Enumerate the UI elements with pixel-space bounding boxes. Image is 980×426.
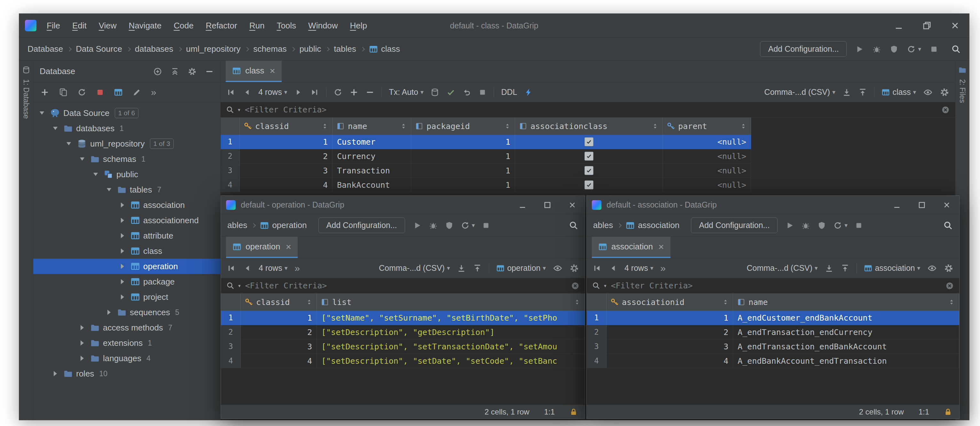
- last-page-icon[interactable]: [310, 88, 319, 97]
- table-row[interactable]: 3 3 Transaction 1 <null>: [221, 163, 751, 178]
- import-data-icon[interactable]: [858, 88, 867, 97]
- gear-icon[interactable]: [944, 263, 953, 273]
- cell-associationid[interactable]: 1: [606, 311, 733, 325]
- table-row[interactable]: 3 3 ["setDescription", "setTransactionDa…: [221, 339, 585, 354]
- column-header-name[interactable]: name: [733, 293, 959, 311]
- pending-changes-icon[interactable]: [430, 88, 439, 97]
- tree-item-extensions[interactable]: extensions1: [33, 335, 220, 351]
- column-header-associationid[interactable]: associationid: [606, 293, 733, 311]
- cell-list[interactable]: ["setDescription", "getDescription"]: [317, 325, 585, 339]
- menu-run[interactable]: Run: [250, 21, 265, 31]
- open-table-icon[interactable]: [114, 88, 123, 97]
- row-number[interactable]: 4: [587, 354, 606, 368]
- coverage-icon[interactable]: [889, 45, 899, 54]
- breadcrumb-uml-repository[interactable]: uml_repository: [186, 44, 241, 54]
- breadcrumb-operation[interactable]: operation: [260, 220, 307, 230]
- tree-item-operation[interactable]: operation: [33, 259, 220, 274]
- table-row[interactable]: 4 4 ["setDescription", "setDate", "setCo…: [221, 354, 585, 368]
- cell-name[interactable]: A_endCustomer_endBankAccount: [733, 311, 959, 325]
- column-header-classid[interactable]: classid: [240, 117, 332, 135]
- tree-item-class[interactable]: class: [33, 243, 220, 259]
- cell-classid[interactable]: 1: [241, 311, 317, 325]
- previous-page-icon[interactable]: [242, 88, 251, 97]
- chevron-collapsed-icon[interactable]: [51, 371, 60, 376]
- chevron-expanded-icon[interactable]: [37, 111, 47, 115]
- filter-search-icon[interactable]: [592, 281, 601, 290]
- previous-page-icon[interactable]: [243, 264, 251, 273]
- chevron-expanded-icon[interactable]: [104, 188, 114, 191]
- checkbox-checked-icon[interactable]: [584, 137, 593, 146]
- chevron-collapsed-icon[interactable]: [118, 264, 127, 269]
- tree-item-roles[interactable]: roles10: [33, 366, 220, 381]
- page-size-dropdown[interactable]: 4 rows▾: [258, 87, 287, 97]
- close-button[interactable]: [934, 196, 959, 214]
- chevron-expanded-icon[interactable]: [51, 127, 60, 130]
- cell-associationclass[interactable]: [515, 163, 663, 178]
- column-header-list[interactable]: list: [317, 293, 585, 311]
- stop-icon[interactable]: [929, 45, 939, 54]
- commit-icon[interactable]: [446, 88, 455, 97]
- breadcrumb-database[interactable]: Database: [27, 44, 63, 54]
- data-source-properties-icon[interactable]: [153, 67, 162, 76]
- menu-refactor[interactable]: Refactor: [205, 21, 237, 31]
- filter-search-icon[interactable]: [226, 281, 235, 290]
- breadcrumb-tables[interactable]: ables: [593, 220, 613, 230]
- previous-page-icon[interactable]: [608, 264, 617, 273]
- chevron-expanded-icon[interactable]: [77, 157, 87, 161]
- row-number[interactable]: 1: [587, 311, 606, 325]
- gear-icon[interactable]: [940, 87, 949, 97]
- tree-item-associationend[interactable]: associationend: [33, 213, 220, 228]
- minimize-button[interactable]: [885, 14, 913, 37]
- chevron-collapsed-icon[interactable]: [104, 310, 114, 315]
- collapse-all-icon[interactable]: [170, 67, 179, 76]
- import-data-icon[interactable]: [841, 264, 850, 273]
- row-number[interactable]: 2: [221, 325, 241, 339]
- maximize-button[interactable]: [535, 196, 560, 214]
- table-row[interactable]: 2 2 ["setDescription", "getDescription"]: [221, 325, 585, 339]
- column-header-name[interactable]: name: [332, 117, 411, 135]
- cell-packageid[interactable]: 1: [411, 149, 515, 163]
- delete-row-icon[interactable]: [366, 88, 374, 97]
- export-format-dropdown[interactable]: Comma-...d (CSV)▾: [379, 263, 450, 273]
- tree-item-public[interactable]: public: [33, 167, 220, 182]
- menu-view[interactable]: View: [99, 21, 117, 31]
- row-number[interactable]: 3: [221, 339, 241, 354]
- filter-search-icon[interactable]: [226, 105, 235, 114]
- tree-item-uml-repository[interactable]: uml_repository1 of 3: [33, 136, 220, 151]
- cell-associationclass[interactable]: [515, 178, 663, 192]
- cell-name[interactable]: BankAccount: [332, 178, 411, 192]
- search-everywhere-icon[interactable]: [951, 44, 961, 54]
- chevron-expanded-icon[interactable]: [64, 142, 73, 145]
- menu-edit[interactable]: Edit: [72, 21, 87, 31]
- view-target-dropdown[interactable]: class▾: [881, 87, 916, 97]
- menu-code[interactable]: Code: [173, 21, 193, 31]
- add-configuration-button[interactable]: Add Configuration...: [760, 41, 847, 57]
- run-icon[interactable]: [855, 45, 864, 54]
- export-data-icon[interactable]: [842, 88, 851, 97]
- filter-criteria-input[interactable]: <Filter Criteria>: [611, 281, 692, 290]
- column-header-associationclass[interactable]: associationclass: [515, 117, 663, 135]
- tree-item-schemas[interactable]: schemas1: [33, 151, 220, 167]
- tree-item-association[interactable]: association: [33, 197, 220, 213]
- cell-name[interactable]: A_endTransaction_endBankAccount: [733, 339, 959, 354]
- export-data-icon[interactable]: [825, 264, 834, 273]
- cell-parent[interactable]: <null>: [663, 163, 751, 178]
- row-number[interactable]: 3: [587, 339, 606, 354]
- chevron-expanded-icon[interactable]: [91, 173, 100, 176]
- stop-icon[interactable]: [482, 221, 490, 230]
- gear-icon[interactable]: [188, 67, 197, 76]
- chevron-collapsed-icon[interactable]: [118, 249, 127, 253]
- cell-classid[interactable]: 2: [241, 325, 317, 339]
- search-everywhere-icon[interactable]: [569, 221, 578, 230]
- breadcrumb-databases[interactable]: databases: [135, 44, 173, 54]
- menu-navigate[interactable]: Navigate: [129, 21, 162, 31]
- cell-parent[interactable]: <null>: [663, 178, 751, 192]
- debug-icon[interactable]: [429, 221, 438, 230]
- tree-item-package[interactable]: package: [33, 274, 220, 289]
- rerun-dropdown[interactable]: ▾: [833, 221, 848, 230]
- table-row[interactable]: 4 4 BankAccount 1 <null>: [221, 178, 751, 192]
- column-header-parent[interactable]: parent: [663, 117, 751, 135]
- filter-criteria-input[interactable]: <Filter Criteria>: [245, 281, 327, 290]
- export-data-icon[interactable]: [457, 264, 466, 273]
- menu-tools[interactable]: Tools: [277, 21, 296, 31]
